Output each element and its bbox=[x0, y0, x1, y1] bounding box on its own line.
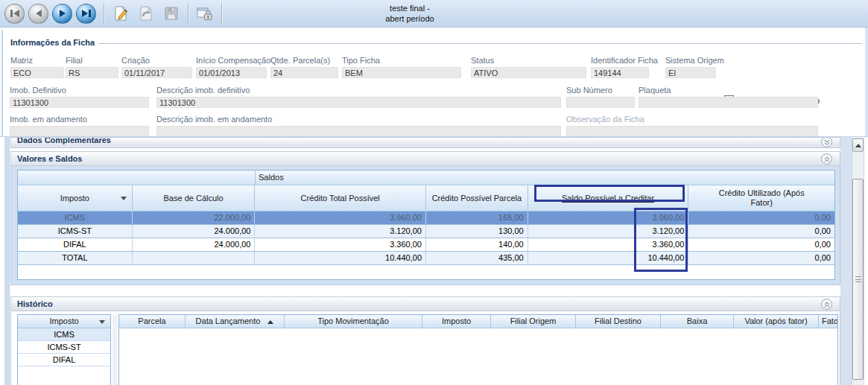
imob-em-andamento-field[interactable] bbox=[10, 126, 149, 137]
toolbar-separator bbox=[104, 3, 104, 24]
undo-icon bbox=[138, 5, 154, 22]
panel-left-strip bbox=[4, 137, 10, 385]
inicio-compensacao-field[interactable]: 01/01/2013 bbox=[196, 67, 267, 78]
historico-column-header-row: Parcela Data Lançamento Tipo Movimentaçã… bbox=[119, 315, 837, 328]
list-scrollbar-track[interactable] bbox=[113, 314, 117, 385]
group-title: Histórico bbox=[17, 299, 53, 308]
save-button[interactable] bbox=[159, 2, 184, 25]
column-header-credito-utilizado[interactable]: Crédito Ultilizado (Após Fator) bbox=[688, 185, 834, 211]
descricao-imob-definitivo-field[interactable]: 11301300 bbox=[156, 97, 561, 108]
field-label: Imob. Definitivo bbox=[10, 86, 149, 96]
pencil-icon bbox=[113, 5, 129, 22]
ficha-info-panel: Informações da Ficha MatrizECO FilialRS … bbox=[0, 28, 868, 136]
list-item-icms[interactable]: ICMS bbox=[18, 328, 110, 341]
section-title: Informações da Ficha bbox=[10, 38, 95, 47]
window-lock-icon bbox=[196, 5, 214, 22]
field-label: Início Compensação bbox=[196, 56, 267, 66]
saldos-empty-header bbox=[18, 171, 256, 185]
valores-saldos-header[interactable]: Valores e Saldos bbox=[10, 151, 840, 166]
dados-complementares-header[interactable]: Dados Complementares bbox=[10, 137, 840, 148]
lock-window-button[interactable] bbox=[192, 2, 218, 25]
filial-field[interactable]: RS bbox=[66, 67, 118, 78]
vertical-scrollbar[interactable] bbox=[852, 138, 864, 385]
field-label: Imob. em andamento bbox=[10, 115, 149, 125]
last-record-button[interactable] bbox=[76, 4, 96, 24]
column-header-credito-total-possivel[interactable]: Crédito Total Possível bbox=[255, 185, 426, 211]
field-label: Plaqueta bbox=[639, 86, 818, 96]
tipo-ficha-field[interactable]: BEM bbox=[342, 67, 461, 78]
column-header-saldo-possivel-a-creditar[interactable]: Saldo Possível a Creditar bbox=[528, 185, 689, 211]
first-record-icon bbox=[10, 10, 13, 17]
historico-body: Imposto ICMS ICMS-ST DIFAL Parcela Data … bbox=[10, 311, 840, 385]
column-header-imposto[interactable]: Imposto bbox=[18, 185, 133, 211]
content-scroll-area: Dados Complementares Valores e Saldos Sa… bbox=[0, 136, 868, 385]
undo-button[interactable] bbox=[133, 2, 159, 25]
field-label: Identificador Ficha bbox=[591, 56, 649, 66]
filter-dropdown-icon[interactable] bbox=[121, 197, 127, 200]
collapse-group-icon[interactable] bbox=[821, 299, 832, 310]
column-header-base-de-calculo[interactable]: Base de Cálculo bbox=[133, 185, 256, 211]
field-label: Sub Número bbox=[566, 86, 635, 96]
plaqueta-field[interactable] bbox=[639, 97, 818, 108]
imposto-filter-list: Imposto ICMS ICMS-ST DIFAL bbox=[17, 314, 111, 385]
toolbar-separator bbox=[188, 3, 189, 24]
window-title-line1: teste final - bbox=[335, 3, 484, 13]
table-row-icms[interactable]: ICMS 22.000,00 3.960,00 165,00 3.960,00 … bbox=[18, 211, 834, 225]
column-header-filial-destino[interactable]: Filial Destino bbox=[576, 315, 661, 328]
field-label: Matriz bbox=[10, 56, 64, 66]
criacao-field[interactable]: 01/11/2017 bbox=[121, 67, 192, 78]
qtde-parcelas-field[interactable]: 24 bbox=[270, 67, 338, 78]
field-label: Descrição imob. definitivo bbox=[156, 86, 561, 96]
field-label: Sistema Origem bbox=[665, 56, 716, 66]
field-label: Status bbox=[471, 56, 586, 66]
imob-definitivo-field[interactable]: 11301300 bbox=[10, 97, 149, 108]
imposto-list-header[interactable]: Imposto bbox=[18, 315, 110, 328]
field-label: Criação bbox=[121, 56, 192, 66]
column-header-data-lancamento[interactable]: Data Lançamento bbox=[186, 315, 285, 328]
status-field[interactable]: ATIVO bbox=[471, 67, 586, 78]
field-label: Qtde. Parcela(s) bbox=[270, 56, 338, 66]
scrollbar-up-button[interactable] bbox=[852, 139, 864, 152]
valores-saldos-grid: Saldos Imposto Base de Cálculo Crédito T… bbox=[17, 170, 835, 280]
column-header-parcela[interactable]: Parcela bbox=[119, 315, 186, 328]
column-header-credito-possivel-parcela[interactable]: Crédito Possível Parcela bbox=[426, 185, 528, 211]
next-record-button[interactable] bbox=[52, 4, 72, 24]
filter-dropdown-icon[interactable] bbox=[99, 320, 105, 324]
descricao-imob-andamento-field[interactable] bbox=[156, 126, 561, 137]
group-title: Dados Complementares bbox=[17, 137, 840, 147]
table-row-icms-st[interactable]: ICMS-ST 24.000,00 3.120,00 130,00 3.120,… bbox=[18, 225, 834, 238]
column-header-imposto[interactable]: Imposto bbox=[422, 315, 491, 328]
table-row-difal[interactable]: DIFAL 24.000,00 3.360,00 140,00 3.360,00… bbox=[18, 238, 834, 252]
historico-grid: Parcela Data Lançamento Tipo Movimentaçã… bbox=[118, 314, 838, 385]
first-record-button[interactable] bbox=[4, 4, 25, 24]
previous-record-button[interactable] bbox=[28, 4, 48, 24]
column-header-baixa[interactable]: Baixa bbox=[661, 315, 734, 328]
toolbar-separator bbox=[221, 3, 222, 24]
edit-button[interactable] bbox=[108, 2, 133, 25]
column-header-tipo-movimentacao[interactable]: Tipo Movimentação bbox=[285, 315, 422, 328]
matriz-field[interactable]: ECO bbox=[10, 67, 64, 78]
toolbar: teste final - abert período bbox=[0, 0, 868, 28]
last-record-icon bbox=[82, 10, 88, 17]
scrollbar-thumb[interactable] bbox=[852, 179, 864, 380]
column-header-valor-apos-fator[interactable]: Valor (após fator) bbox=[734, 315, 819, 328]
identificador-ficha-field[interactable]: 149144 bbox=[591, 67, 649, 78]
window-title: teste final - abert período bbox=[335, 3, 484, 24]
window-title-line2: abert período bbox=[335, 13, 484, 24]
column-header-fator[interactable]: Fator bbox=[819, 315, 837, 328]
collapse-group-icon[interactable] bbox=[821, 153, 832, 165]
sub-numero-field[interactable] bbox=[566, 97, 635, 108]
table-row-total[interactable]: TOTAL 10.440,00 435,00 10.440,00 0,00 bbox=[18, 252, 834, 265]
list-item-icms-st[interactable]: ICMS-ST bbox=[18, 341, 110, 354]
historico-header[interactable]: Histórico bbox=[10, 296, 840, 311]
section-divider bbox=[98, 43, 862, 44]
sistema-origem-field[interactable]: EI bbox=[665, 67, 716, 78]
next-record-icon bbox=[60, 10, 66, 17]
valores-saldos-body: Saldos Imposto Base de Cálculo Crédito T… bbox=[10, 166, 840, 285]
observacao-ficha-field[interactable] bbox=[566, 126, 818, 137]
panel-right-strip bbox=[840, 137, 852, 385]
column-header-filial-origem[interactable]: Filial Origem bbox=[491, 315, 576, 328]
field-label: Observação da Ficha bbox=[566, 115, 818, 125]
sort-ascending-icon bbox=[267, 320, 273, 324]
list-item-difal[interactable]: DIFAL bbox=[18, 354, 110, 366]
